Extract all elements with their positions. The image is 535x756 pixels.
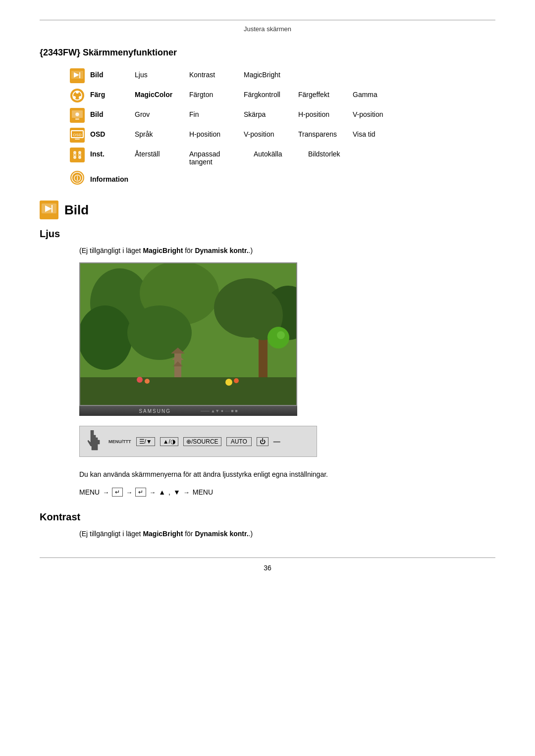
- svg-point-43: [145, 379, 150, 384]
- osd-btn-3: ⊕/SOURCE: [183, 437, 221, 446]
- ljus-heading: Ljus: [40, 228, 495, 240]
- svg-point-5: [76, 91, 79, 94]
- bild-heading-icon: ▶|: [40, 201, 58, 219]
- page-number: 36: [40, 557, 495, 572]
- svg-rect-10: [75, 118, 79, 120]
- menu-row-inst: Inst. Återställ Anpassadtangent Autokäll…: [69, 147, 495, 166]
- svg-rect-41: [80, 377, 297, 406]
- svg-point-45: [234, 378, 239, 383]
- osd-btn-1: ☰/▼: [136, 437, 155, 446]
- osd-icon: OSD: [69, 127, 85, 143]
- header-text: Justera skärmen: [244, 25, 291, 33]
- section-title: {2343FW} Skärmmenyfunktioner: [40, 48, 495, 58]
- ljus-description: Du kan använda skärmmenyerna för att änd…: [79, 469, 495, 480]
- osd-control-bar: MENU/TTT ☰/▼ ▲/◑ ⊕/SOURCE AUTO ⏻ —: [79, 426, 317, 457]
- svg-text:ⓘ: ⓘ: [74, 174, 81, 182]
- svg-point-35: [80, 305, 132, 370]
- farg-items: MagicColor Färgton Färgkontroll Färgeffe…: [135, 88, 397, 99]
- cursor-icon: [87, 430, 102, 453]
- samsung-logo: SAMSUNG: [139, 408, 171, 414]
- osd-buttons: MENU/TTT ☰/▼ ▲/◑ ⊕/SOURCE AUTO ⏻ —: [108, 437, 310, 446]
- osd-items: Språk H-position V-position Transparens …: [135, 127, 397, 138]
- svg-text:▶|: ▶|: [45, 204, 53, 212]
- osd-dash: —: [273, 438, 280, 446]
- monitor-bezel: SAMSUNG —— ▲▼ ● ···· ■ ■: [79, 406, 297, 416]
- svg-rect-16: [75, 139, 80, 140]
- svg-point-7: [73, 96, 76, 99]
- bild-heading: ▶| Bild: [40, 201, 495, 219]
- inst-icon: [69, 147, 85, 163]
- menu-row-osd: OSD OSD Språk H-position V-position Tran…: [69, 127, 495, 143]
- svg-point-6: [79, 96, 82, 99]
- farg-label: Färg: [90, 88, 135, 99]
- inst-label: Inst.: [90, 147, 135, 158]
- bild1-items: Ljus Kontrast MagicBright: [135, 68, 288, 79]
- svg-text:⊕: ⊕: [75, 112, 79, 117]
- bild-heading-text: Bild: [64, 202, 89, 218]
- menu-row-bild2: ⊕ Bild Grov Fin Skärpa H-position V-posi…: [69, 107, 495, 123]
- ljus-formula: MENU → ↵ → ↵ → ▲ , ▼ → MENU: [79, 488, 495, 497]
- svg-point-21: [78, 156, 81, 159]
- svg-rect-17: [70, 148, 85, 162]
- svg-point-49: [277, 331, 285, 339]
- monitor-screen: [79, 262, 297, 406]
- inst-items: Återställ Anpassadtangent Autokälla Bild…: [135, 147, 353, 166]
- ljus-section: Ljus (Ej tillgängligt i läget MagicBrigh…: [40, 228, 495, 497]
- svg-text:▶|: ▶|: [74, 71, 81, 78]
- ljus-note: (Ej tillgängligt i läget MagicBright för…: [79, 247, 495, 254]
- bild2-items: Grov Fin Skärpa H-position V-position: [135, 107, 397, 118]
- monitor-image-container: SAMSUNG —— ▲▼ ● ···· ■ ■: [79, 262, 495, 416]
- formula-box-2: ↵: [135, 488, 146, 497]
- farg-icon: [69, 88, 85, 103]
- kontrast-section: Kontrast (Ej tillgängligt i läget MagicB…: [40, 511, 495, 538]
- menu-ttt-label: MENU/TTT: [108, 439, 131, 444]
- menu-row-bild1: ▶| Bild Ljus Kontrast MagicBright: [69, 68, 495, 84]
- formula-box-1: ↵: [112, 488, 123, 497]
- menu-row-farg: Färg MagicColor Färgton Färgkontroll Fär…: [69, 88, 495, 103]
- menu-table: ▶| Bild Ljus Kontrast MagicBright: [69, 68, 495, 186]
- osd-btn-4: AUTO: [226, 437, 252, 446]
- bild1-icon: ▶|: [69, 68, 85, 84]
- screen-content: [80, 263, 296, 405]
- bild1-label: Bild: [90, 68, 135, 79]
- bild2-icon: ⊕: [69, 107, 85, 123]
- svg-text:OSD: OSD: [73, 133, 82, 137]
- osd-label: OSD: [90, 127, 135, 138]
- svg-point-44: [225, 379, 232, 386]
- info-icon: ⓘ: [69, 170, 85, 186]
- svg-point-18: [73, 151, 76, 154]
- information-label: Information: [90, 172, 135, 183]
- svg-point-42: [137, 377, 143, 383]
- osd-btn-2: ▲/◑: [160, 437, 178, 446]
- page-header: Justera skärmen: [40, 20, 495, 33]
- osd-btn-5: ⏻: [257, 437, 268, 446]
- bild2-label: Bild: [90, 107, 135, 118]
- kontrast-heading: Kontrast: [40, 511, 495, 523]
- svg-point-20: [73, 156, 76, 159]
- svg-point-19: [78, 151, 81, 154]
- menu-row-information: ⓘ Information: [69, 170, 495, 186]
- kontrast-note: (Ej tillgängligt i läget MagicBright för…: [79, 530, 495, 538]
